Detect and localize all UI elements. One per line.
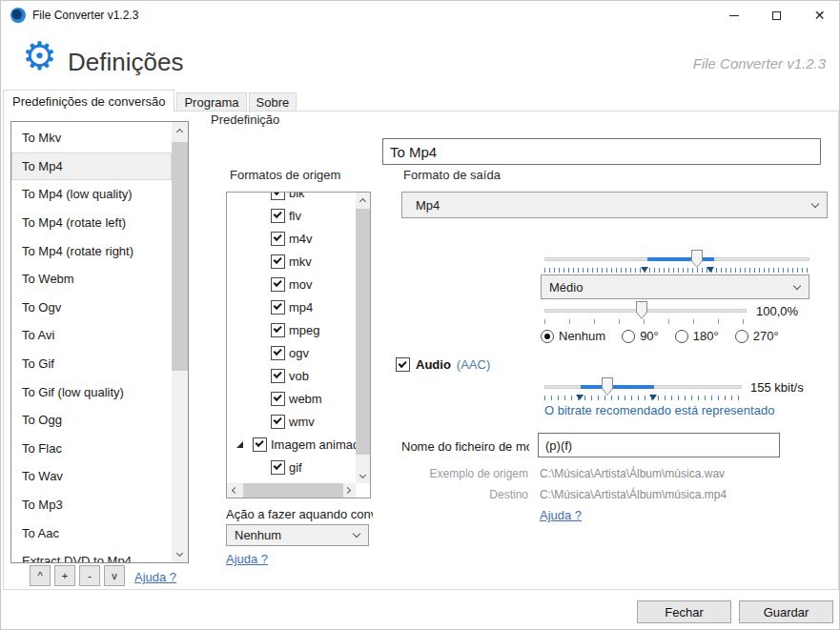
file-converter-settings-window: File Converter v1.2.3 ✕ ⚙ Definições Fil… — [0, 0, 840, 630]
format-checkbox[interactable] — [271, 300, 285, 315]
radio-icon[interactable] — [541, 330, 554, 343]
preset-list-item[interactable]: To Webm — [11, 265, 172, 294]
maximize-button[interactable] — [755, 1, 798, 30]
tick-marker — [576, 395, 584, 400]
scrollbar-thumb[interactable] — [356, 209, 370, 455]
preset-list-item[interactable]: To Wav — [11, 462, 172, 491]
format-checkbox[interactable] — [271, 209, 285, 223]
formats-vscrollbar[interactable] — [356, 193, 370, 483]
slider-thumb[interactable] — [691, 250, 703, 268]
format-checkbox[interactable] — [253, 437, 267, 452]
scroll-right-icon[interactable] — [341, 483, 356, 498]
filename-template-input[interactable]: (p)(f) — [538, 433, 780, 457]
preset-list-item[interactable]: To Gif — [11, 350, 172, 378]
preset-list-item[interactable]: To Avi — [11, 321, 172, 350]
radio-icon[interactable] — [735, 330, 748, 343]
preset-list-item[interactable]: To Mp4 (rotate left) — [11, 209, 172, 237]
format-item[interactable]: ogv — [227, 341, 356, 364]
audio-codec-label: (AAC) — [457, 357, 490, 372]
presets-help-link[interactable]: Ajuda ? — [134, 570, 176, 584]
close-settings-button[interactable]: Fechar — [637, 600, 731, 623]
scroll-down-icon[interactable] — [172, 546, 188, 562]
preset-add-button[interactable]: + — [54, 565, 75, 586]
preset-list[interactable]: To MkvTo Mp4To Mp4 (low quality)To Mp4 (… — [10, 121, 189, 563]
preset-list-item[interactable]: To Mkv — [11, 124, 172, 152]
scroll-up-icon[interactable] — [172, 122, 188, 138]
filename-template-label: Nome do ficheiro de mc — [401, 439, 529, 454]
radio-icon[interactable] — [675, 330, 688, 343]
source-formats-help-link[interactable]: Ajuda ? — [226, 552, 268, 566]
window-title: File Converter v1.2.3 — [32, 9, 138, 22]
format-item[interactable]: gif — [227, 456, 356, 478]
scrollbar-thumb[interactable] — [243, 483, 343, 498]
audio-checkbox[interactable] — [396, 357, 410, 372]
format-checkbox[interactable] — [271, 193, 285, 200]
encoding-speed-select[interactable]: Médio — [541, 274, 809, 299]
format-item[interactable]: mpeg — [227, 318, 356, 341]
save-button[interactable]: Guardar — [739, 600, 833, 623]
format-checkbox[interactable] — [271, 415, 285, 429]
rotate-option[interactable]: Nenhum — [541, 329, 605, 343]
format-item[interactable]: wmv — [227, 410, 356, 433]
format-checkbox[interactable] — [271, 392, 285, 406]
scroll-left-icon[interactable] — [227, 483, 241, 498]
slider-thumb[interactable] — [602, 377, 613, 396]
preset-name-input[interactable]: To Mp4 — [382, 138, 821, 165]
filename-help-link[interactable]: Ajuda ? — [540, 508, 582, 522]
format-checkbox[interactable] — [271, 346, 285, 360]
preset-list-item[interactable]: To Mp4 (low quality) — [11, 180, 172, 209]
preset-remove-button[interactable]: - — [79, 565, 100, 586]
rotate-option[interactable]: 270° — [735, 329, 779, 343]
format-item[interactable]: m4v — [227, 227, 356, 250]
format-item[interactable]: flv — [227, 204, 356, 227]
format-checkbox[interactable] — [271, 277, 285, 292]
preset-move-up-button[interactable]: ^ — [30, 565, 51, 586]
gear-icon: ⚙ — [22, 37, 57, 76]
preset-list-item[interactable]: To Ogv — [11, 294, 172, 322]
formats-hscrollbar[interactable] — [227, 483, 356, 498]
format-checkbox[interactable] — [271, 460, 285, 475]
format-checkbox[interactable] — [271, 254, 285, 269]
preset-list-item[interactable]: To Aac — [11, 518, 172, 547]
rotate-option[interactable]: 180° — [675, 329, 719, 343]
preset-list-item[interactable]: Extract DVD to Mp4 — [11, 547, 172, 563]
tab[interactable]: Sobre — [249, 92, 297, 112]
preset-list-item[interactable]: To Mp4 (rotate right) — [11, 236, 172, 265]
tab[interactable]: Predefinições de conversão — [3, 90, 174, 112]
preset-list-item[interactable]: To Mp4 — [11, 152, 172, 181]
conversion-action-select[interactable]: Nenhum — [226, 524, 369, 546]
format-item[interactable]: webm — [227, 387, 356, 410]
minimize-button[interactable] — [712, 1, 755, 30]
tab[interactable]: Programa — [176, 92, 246, 112]
format-item[interactable]: vob — [227, 364, 356, 387]
preset-list-item[interactable]: To Gif (low quality) — [11, 377, 172, 406]
format-checkbox[interactable] — [271, 369, 285, 383]
chevron-down-icon — [353, 530, 360, 538]
scroll-up-icon[interactable] — [356, 193, 370, 207]
preset-list-item[interactable]: To Ogg — [11, 406, 172, 435]
slider-thumb[interactable] — [636, 301, 647, 319]
output-container-select[interactable]: Mp4 — [401, 192, 828, 218]
format-item[interactable]: mkv — [227, 250, 356, 273]
format-item[interactable]: mov — [227, 273, 356, 295]
preset-list-scrollbar[interactable] — [172, 122, 188, 562]
format-checkbox[interactable] — [271, 232, 285, 246]
rotate-radio-group: Nenhum 90° 180° 270° — [541, 329, 779, 343]
expander-icon[interactable] — [236, 441, 243, 448]
tick-marker — [641, 267, 648, 273]
preset-list-item[interactable]: To Flac — [11, 435, 172, 463]
preset-move-down-button[interactable]: v — [104, 565, 125, 586]
scroll-down-icon[interactable] — [356, 469, 370, 483]
format-item[interactable]: Imagem animada — [227, 433, 356, 456]
format-checkbox[interactable] — [271, 323, 285, 337]
source-formats-list[interactable]: bik flv m4v mkv — [226, 192, 371, 498]
preset-list-item[interactable]: To Mp3 — [11, 491, 172, 519]
radio-icon[interactable] — [622, 330, 635, 343]
format-item[interactable]: bik — [227, 193, 356, 204]
scrollbar-thumb[interactable] — [172, 142, 188, 371]
format-item[interactable]: mp4 — [227, 295, 356, 318]
rotate-option[interactable]: 90° — [622, 329, 659, 343]
close-button[interactable]: ✕ — [798, 1, 840, 30]
chevron-down-icon — [793, 281, 801, 289]
source-formats-title: Formatos de origem — [226, 168, 344, 182]
